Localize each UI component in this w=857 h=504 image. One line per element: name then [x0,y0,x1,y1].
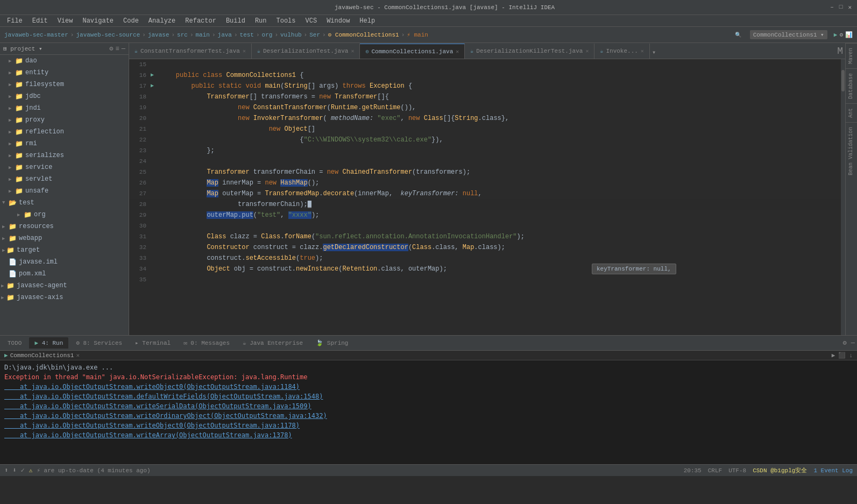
sidebar-item-webapp[interactable]: ▶ 📁 webapp [0,232,129,244]
menu-analyze[interactable]: Analyze [144,16,180,26]
breadcrumb-test[interactable]: test [240,32,254,38]
breadcrumb-search[interactable]: 🔍 [735,32,741,38]
tab-spring[interactable]: 🍃 Spring [310,337,353,349]
menu-refactor[interactable]: Refactor [181,16,221,26]
menu-code[interactable]: Code [119,16,143,26]
status-crlf[interactable]: CRLF [708,467,722,474]
sidebar-item-pom[interactable]: 📄 pom.xml [0,268,129,280]
sidebar-layout-icon[interactable]: ≡ [116,45,119,53]
run-button[interactable]: ▶ [834,31,838,38]
sidebar-item-target[interactable]: ▶ 📁 target [0,244,129,256]
breadcrumb-javase[interactable]: javase [148,32,169,38]
tab-java-enterprise[interactable]: ☕ Java Enterprise [237,337,308,349]
sidebar-item-servlet[interactable]: ▶ 📁 servlet [0,173,129,185]
status-nav-down-icon[interactable]: ⬇ [12,466,16,474]
menu-vcs[interactable]: VCS [301,16,322,26]
sidebar-item-service[interactable]: ▶ 📁 service [0,161,129,173]
tab-close-deserialization[interactable]: ✕ [351,48,354,54]
file-switcher[interactable]: CommonCollections1 ▾ [750,30,827,39]
run-stop-icon[interactable]: ⬛ [838,352,846,359]
breadcrumb-root[interactable]: javaweb-sec-master [4,32,68,38]
sidebar-minimize-icon[interactable]: — [122,45,125,53]
sidebar-item-rmi[interactable]: ▶ 📁 rmi [0,138,129,150]
status-check-icon[interactable]: ✓ [20,466,24,474]
titlebar-controls[interactable]: – □ ✕ [830,4,852,11]
sidebar-item-serializes[interactable]: ▶ 📁 serializes [0,150,129,161]
status-git[interactable]: CSDN @b1gplg安全 [753,466,807,474]
run-scroll-icon[interactable]: ↓ [849,352,853,359]
console-link-6[interactable]: at java.io.ObjectOutputStream.writeArray… [4,430,853,440]
tab-constant-transformer[interactable]: ☕ ConstantTransformerTest.java ✕ [129,44,252,59]
console-link-5[interactable]: at java.io.ObjectOutputStream.writeObjec… [4,421,853,430]
breadcrumb-cc1[interactable]: ⊙ CommonCollections1 [328,31,399,38]
breadcrumb-main-method[interactable]: ⚡ main [407,31,428,38]
console-link-2[interactable]: at java.io.ObjectOutputStream.defaultWri… [4,392,853,401]
console-link-4[interactable]: at java.io.ObjectOutputStream.writeOrdin… [4,411,853,421]
menu-navigate[interactable]: Navigate [78,16,118,26]
database-tool[interactable]: Database [846,68,857,103]
tab-settings-icon[interactable]: M [835,44,845,59]
bean-validation-tool[interactable]: Bean Validation [846,122,857,180]
tab-terminal[interactable]: ▸ Terminal [130,337,176,349]
tab-run[interactable]: ▶ 4: Run [29,337,68,349]
menu-window[interactable]: Window [322,16,354,26]
tab-overflow-button[interactable]: ▾ [650,46,658,59]
sidebar-item-dao[interactable]: ▶ 📁 dao [0,55,129,67]
tab-close-constant[interactable]: ✕ [243,48,246,54]
tab-close-cc1[interactable]: ✕ [456,48,459,55]
sidebar-item-entity[interactable]: ▶ 📁 entity [0,67,129,79]
sidebar-item-reflection[interactable]: ▶ 📁 reflection [0,126,129,138]
breadcrumb-ser[interactable]: Ser [309,32,320,38]
status-line-col[interactable]: 20:35 [684,467,702,474]
debug-button[interactable]: ⚙ [839,31,843,38]
run-play-icon[interactable]: ▶ [832,352,835,359]
breadcrumb-org[interactable]: org [262,32,273,38]
sidebar-item-unsafe[interactable]: ▶ 📁 unsafe [0,185,129,197]
console-link-3[interactable]: at java.io.ObjectOutputStream.writeSeria… [4,401,853,411]
bottom-settings-icon[interactable]: ⚙ [843,339,847,347]
breadcrumb-src[interactable]: src [177,32,188,38]
status-event-log[interactable]: 1 Event Log [813,467,853,474]
breadcrumb-main[interactable]: main [196,32,210,38]
breadcrumb-source[interactable]: javaweb-sec-source [76,32,140,38]
tab-common-collections[interactable]: ⊙ CommonCollections1.java ✕ [360,44,465,59]
tab-close-killer[interactable]: ✕ [585,48,589,54]
code-editor[interactable]: 15 16 ▶ public class CommonCollections1 … [129,59,845,335]
status-encoding[interactable]: UTF-8 [728,467,746,474]
sidebar-settings-icon[interactable]: ⚙ [109,45,113,53]
minimize-button[interactable]: – [830,4,834,11]
menu-file[interactable]: File [3,16,27,26]
sidebar-item-org[interactable]: ▶ 📁 org [0,209,129,221]
sidebar-item-filesystem[interactable]: ▶ 📁 filesystem [0,79,129,90]
menu-tools[interactable]: Tools [272,16,300,26]
editor-scroll-thumb[interactable] [841,70,845,91]
bottom-minimize-icon[interactable]: — [851,339,855,347]
profile-button[interactable]: 📊 [845,31,853,38]
menu-help[interactable]: Help [355,16,379,26]
run-tab-close[interactable]: ✕ [76,352,80,359]
sidebar-item-jndi[interactable]: ▶ 📁 jndi [0,102,129,114]
close-button[interactable]: ✕ [848,4,852,11]
sidebar-item-proxy[interactable]: ▶ 📁 proxy [0,114,129,126]
sidebar-item-test[interactable]: ▼ 📂 test [0,197,129,209]
status-nav-icon[interactable]: ⬆ [4,466,8,474]
maximize-button[interactable]: □ [839,4,843,11]
tab-close-invoke[interactable]: ✕ [641,48,644,54]
sidebar-item-javase-iml[interactable]: 📄 javase.iml [0,256,129,268]
tab-deserialization-killer[interactable]: ☕ DeserializationKillerTest.java ✕ [465,44,594,59]
sidebar-item-javasec-agent[interactable]: ▶ 📁 javasec-agent [0,280,129,292]
sidebar-item-javasec-axis[interactable]: ▶ 📁 javasec-axis [0,292,129,303]
maven-tool[interactable]: Maven [846,43,857,68]
ant-tool[interactable]: Ant [846,103,857,122]
sidebar-item-jdbc[interactable]: ▶ 📁 jdbc [0,90,129,102]
tab-todo[interactable]: TODO [2,338,27,349]
console-link-1[interactable]: at java.io.ObjectOutputStream.writeObjec… [4,382,853,392]
tab-deserialization-test[interactable]: ☕ DeserializationTest.java ✕ [252,44,360,59]
menu-build[interactable]: Build [222,16,250,26]
sidebar-item-resources[interactable]: ▶ 📁 resources [0,221,129,232]
breadcrumb-vulhub[interactable]: vulhub [280,32,302,38]
tab-invoke[interactable]: ☕ Invoke... ✕ [594,44,649,59]
menu-run[interactable]: Run [251,16,271,26]
breadcrumb-java[interactable]: java [218,32,232,38]
tab-messages[interactable]: ✉ 0: Messages [178,337,235,349]
